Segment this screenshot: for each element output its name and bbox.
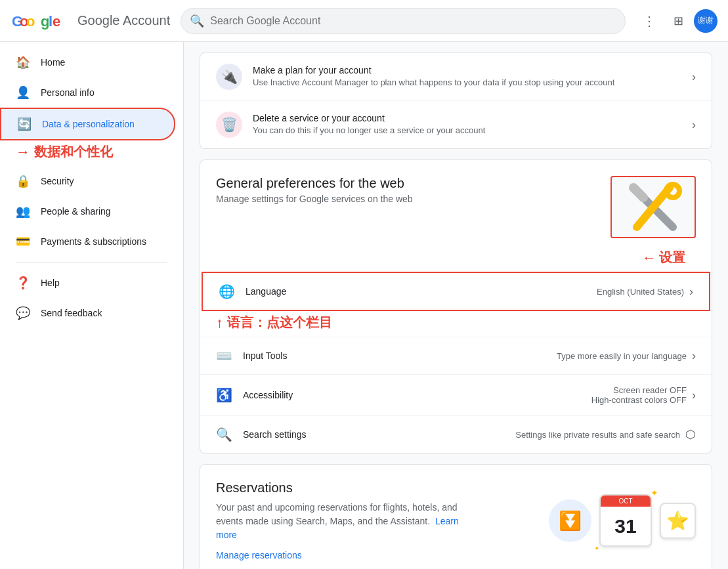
reservations-illustration: ⏬ OCT 31 ✦ ✦ ⭐: [549, 494, 696, 547]
make-plan-row[interactable]: 🔌 Make a plan for your account Use Inact…: [200, 53, 712, 101]
calendar-header-bar: OCT: [601, 495, 651, 507]
help-icon: ❓: [16, 276, 30, 290]
reservations-title: Reservations: [216, 480, 538, 495]
search-settings-value: Settings like private results and safe s…: [515, 430, 680, 440]
sidebar-item-send-feedback[interactable]: 💬 Send feedback: [0, 298, 175, 328]
sidebar-item-payments[interactable]: 💳 Payments & subscriptions: [0, 226, 175, 257]
reservations-content: Reservations Your past and upcoming rese…: [216, 480, 538, 560]
settings-annotation-outside: ← 设置: [200, 249, 712, 272]
language-row[interactable]: 🌐 Language English (United States) ›: [202, 272, 710, 311]
svg-line-7: [633, 188, 643, 198]
manage-reservations-link[interactable]: Manage reservations: [216, 550, 302, 560]
personal-info-icon: 👤: [16, 85, 30, 100]
delete-service-desc: You can do this if you no longer use a s…: [253, 125, 692, 137]
make-plan-icon: 🔌: [216, 64, 242, 90]
tools-svg-icon: [620, 181, 686, 234]
svg-text:e: e: [53, 13, 60, 30]
delete-service-icon: 🗑️: [216, 112, 242, 138]
search-input[interactable]: [181, 8, 626, 34]
star-card-icon: ⭐: [660, 503, 696, 539]
logo[interactable]: G o o g l e Google Account: [11, 8, 170, 34]
svg-text:o: o: [26, 13, 35, 30]
delete-service-title: Delete a service or your account: [253, 113, 692, 123]
annotation-data-personalization: → 数据和个性化: [0, 140, 183, 166]
calendar-date: 31: [601, 507, 651, 545]
language-icon: 🌐: [219, 284, 235, 299]
personal-info-label: Personal info: [41, 87, 95, 98]
security-label: Security: [41, 176, 74, 186]
input-tools-value: Type more easily in your language: [557, 351, 687, 361]
delete-service-chevron-icon: ›: [692, 118, 696, 132]
sparkle-icon-2: ✦: [594, 545, 599, 552]
google-logo-text-icon: g l e: [41, 8, 80, 34]
account-management-card: 🔌 Make a plan for your account Use Inact…: [200, 53, 712, 149]
sidebar-item-personal-info[interactable]: 👤 Personal info: [0, 77, 175, 108]
accessibility-chevron-icon: ›: [692, 389, 696, 402]
accessibility-title: Accessibility: [243, 390, 591, 400]
general-prefs-card: General preferences for the web Manage s…: [200, 159, 712, 453]
general-prefs-header-text: General preferences for the web Manage s…: [216, 176, 413, 204]
annotation-arrow-language-icon: ↑: [216, 314, 223, 331]
search-icon: 🔍: [190, 14, 204, 28]
sidebar-item-people-sharing[interactable]: 👥 People & sharing: [0, 196, 175, 226]
main-content: 🔌 Make a plan for your account Use Inact…: [184, 42, 728, 569]
general-prefs-title: General preferences for the web: [216, 176, 413, 191]
make-plan-content: Make a plan for your account Use Inactiv…: [253, 65, 692, 89]
settings-arrow-icon: ←: [642, 249, 656, 266]
delete-service-content: Delete a service or your account You can…: [253, 113, 692, 137]
people-sharing-icon: 👥: [16, 204, 30, 219]
data-personalization-label: Data & personalization: [42, 119, 135, 129]
send-feedback-icon: 💬: [16, 306, 30, 320]
reservations-desc-text: Your past and upcoming reservations for …: [216, 502, 458, 526]
language-annotation: ↑ 语言：点这个栏目: [200, 311, 712, 337]
sidebar: 🏠 Home 👤 Personal info 🔄 Data & personal…: [0, 42, 184, 569]
sparkle-icon-1: ✦: [651, 488, 658, 498]
search-settings-row[interactable]: 🔍 Search settings Settings like private …: [200, 415, 712, 453]
sidebar-item-help[interactable]: ❓ Help: [0, 268, 175, 298]
annotation-arrow-right-icon: →: [16, 144, 30, 161]
apps-button[interactable]: ⊞: [665, 8, 691, 34]
search-bar[interactable]: 🔍: [181, 8, 626, 34]
clock-icon: ⏬: [549, 499, 591, 542]
header: G o o g l e Google Account 🔍 ⋮ ⊞ 谢谢: [0, 0, 728, 42]
google-logo-icon: G o o: [11, 8, 37, 34]
people-sharing-label: People & sharing: [41, 206, 111, 217]
svg-point-9: [666, 184, 679, 198]
send-feedback-label: Send feedback: [41, 308, 102, 318]
accessibility-value: Screen reader OFF High-contrast colors O…: [591, 385, 687, 405]
home-icon: 🏠: [16, 55, 30, 70]
general-prefs-header: General preferences for the web Manage s…: [200, 160, 712, 249]
input-tools-chevron-icon: ›: [692, 349, 696, 363]
search-settings-external-icon: ⬡: [685, 427, 696, 442]
sidebar-divider: [16, 262, 167, 263]
main-layout: 🏠 Home 👤 Personal info 🔄 Data & personal…: [0, 42, 728, 569]
calendar-icon: OCT 31 ✦ ✦: [599, 494, 652, 547]
annotation-text-data: 数据和个性化: [34, 143, 113, 161]
reservations-desc: Your past and upcoming reservations for …: [216, 501, 465, 542]
sidebar-item-security[interactable]: 🔒 Security: [0, 166, 175, 196]
data-personalization-icon: 🔄: [17, 117, 32, 131]
payments-label: Payments & subscriptions: [41, 236, 146, 247]
logo-title: Google Account: [77, 13, 170, 28]
sidebar-item-data-personalization[interactable]: 🔄 Data & personalization: [0, 108, 175, 140]
make-plan-chevron-icon: ›: [692, 70, 696, 84]
sidebar-item-home[interactable]: 🏠 Home: [0, 47, 175, 77]
payments-icon: 💳: [16, 234, 30, 249]
general-prefs-desc: Manage settings for Google services on t…: [216, 194, 413, 204]
make-plan-desc: Use Inactive Account Manager to plan wha…: [253, 77, 692, 89]
language-chevron-icon: ›: [689, 285, 693, 299]
accessibility-icon: ♿: [216, 387, 232, 403]
settings-text: 设置: [659, 249, 685, 266]
accessibility-value-line2: High-contrast colors OFF: [591, 395, 687, 405]
reservations-card: Reservations Your past and upcoming rese…: [200, 464, 712, 569]
search-settings-title: Search settings: [243, 429, 515, 440]
accessibility-row[interactable]: ♿ Accessibility Screen reader OFF High-c…: [200, 374, 712, 415]
annotation-text-language: 语言：点这个栏目: [227, 314, 332, 331]
home-label: Home: [41, 57, 65, 68]
accessibility-value-line1: Screen reader OFF: [591, 385, 687, 395]
input-tools-row[interactable]: ⌨️ Input Tools Type more easily in your …: [200, 337, 712, 374]
delete-service-row[interactable]: 🗑️ Delete a service or your account You …: [200, 101, 712, 148]
avatar[interactable]: 谢谢: [694, 9, 717, 33]
input-tools-title: Input Tools: [243, 350, 557, 361]
more-options-button[interactable]: ⋮: [636, 8, 662, 34]
